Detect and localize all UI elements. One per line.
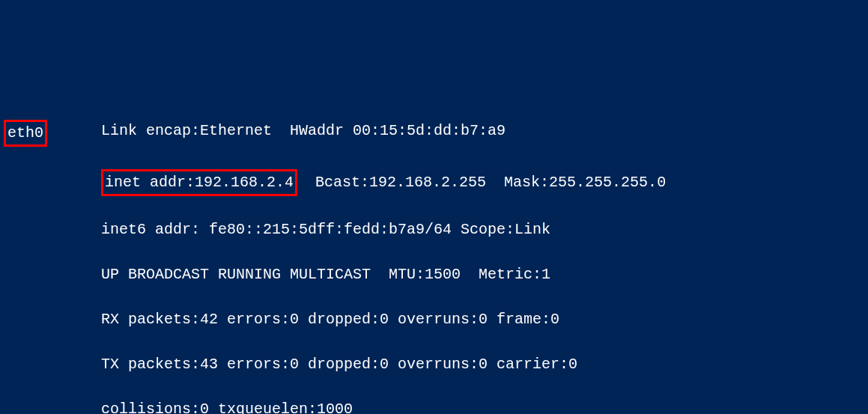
tx-packets-text: TX packets:43 errors:0 dropped:0 overrun…: [101, 356, 577, 373]
inet-rest-text: Bcast:192.168.2.255 Mask:255.255.255.0: [297, 174, 666, 191]
iface-name-col: eth0: [4, 120, 101, 147]
indent-spacer: [4, 353, 101, 376]
collisions-text: collisions:0 txqueuelen:1000: [101, 401, 353, 414]
line-inet: inet addr:192.168.2.4 Bcast:192.168.2.25…: [4, 169, 864, 196]
line-inet6: inet6 addr: fe80::215:5dff:fedd:b7a9/64 …: [4, 219, 864, 241]
inet-addr-highlight: inet addr:192.168.2.4: [101, 169, 297, 196]
indent-spacer: [4, 398, 101, 414]
indent-spacer: [4, 264, 101, 286]
interface-name-highlight: eth0: [4, 120, 47, 147]
line-header: eth0Link encap:Ethernet HWaddr 00:15:5d:…: [4, 120, 864, 147]
line-rx-packets: RX packets:42 errors:0 dropped:0 overrun…: [4, 308, 864, 331]
indent-spacer: [4, 219, 101, 241]
line-tx-packets: TX packets:43 errors:0 dropped:0 overrun…: [4, 353, 864, 376]
line-flags: UP BROADCAST RUNNING MULTICAST MTU:1500 …: [4, 264, 864, 286]
interface-eth0: eth0Link encap:Ethernet HWaddr 00:15:5d:…: [4, 97, 864, 414]
line-collisions: collisions:0 txqueuelen:1000: [4, 398, 864, 414]
indent-spacer: [4, 308, 101, 331]
link-encap-text: Link encap:Ethernet HWaddr 00:15:5d:dd:b…: [101, 122, 506, 139]
inet6-text: inet6 addr: fe80::215:5dff:fedd:b7a9/64 …: [101, 221, 550, 238]
rx-packets-text: RX packets:42 errors:0 dropped:0 overrun…: [101, 311, 559, 328]
indent-spacer: [4, 169, 101, 192]
flags-text: UP BROADCAST RUNNING MULTICAST MTU:1500 …: [101, 266, 550, 283]
